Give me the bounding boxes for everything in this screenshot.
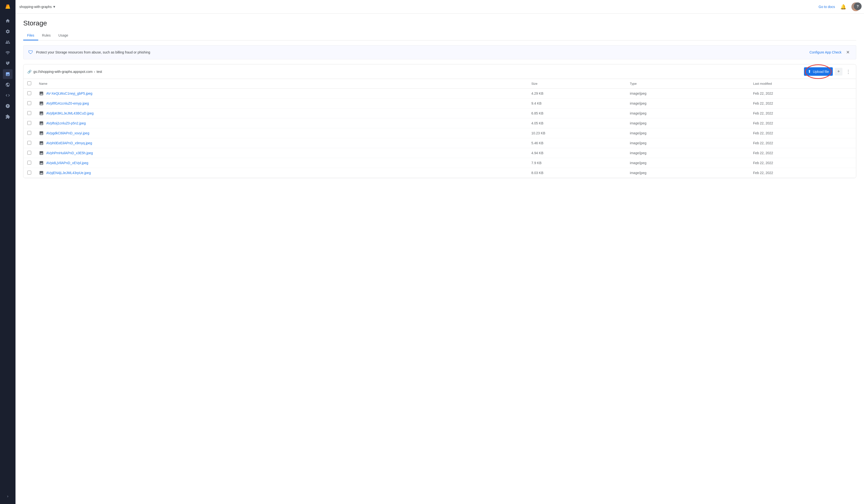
col-header-name: Name <box>35 79 527 88</box>
file-table: Name Size Type Last modified AV-XeQLWuC1… <box>23 79 856 178</box>
image-file-icon <box>39 151 44 155</box>
row-name-cell: AVpfIfGA1cnluZ0-emyp.jpeg <box>35 98 527 108</box>
row-modified-cell: Feb 22, 2022 <box>749 98 856 108</box>
banner-close-icon[interactable]: ✕ <box>844 49 851 56</box>
row-checkbox-4[interactable] <box>27 131 31 135</box>
row-name-cell: AVpftoij1cnluZ0-p5n2.jpeg <box>35 118 527 128</box>
tabs: Files Rules Usage <box>23 31 856 40</box>
row-checkbox-6[interactable] <box>27 151 31 155</box>
project-selector[interactable]: shopping-with-graphs ▾ <box>19 4 55 9</box>
row-size-cell: 7.9 KB <box>527 158 626 168</box>
file-name[interactable]: AVph0EeEilAPnD_x9myq.jpeg <box>46 141 92 145</box>
file-name[interactable]: AVpfpK8KLJeJML43BCuD.jpeg <box>46 111 94 115</box>
image-file-icon <box>39 160 44 165</box>
row-checkbox-1[interactable] <box>27 101 31 105</box>
select-all-checkbox[interactable] <box>27 81 31 85</box>
image-file-icon <box>39 121 44 125</box>
row-type-cell: image/jpeg <box>626 88 749 98</box>
col-header-type: Type <box>626 79 749 88</box>
file-name[interactable]: AVphPmHuilAPnD_x3E5h.jpeg <box>46 151 93 155</box>
row-name-cell: AVphPmHuilAPnD_x3E5h.jpeg <box>35 148 527 158</box>
tab-usage[interactable]: Usage <box>55 31 72 40</box>
row-checkbox-cell <box>23 138 35 148</box>
table-row: AV-XeQLWuC1rwyj_gbP5.jpeg 4.29 KB image/… <box>23 88 856 98</box>
col-header-size: Size <box>527 79 626 88</box>
notifications-bell-icon[interactable]: 🔔 <box>839 2 848 11</box>
row-modified-cell: Feb 22, 2022 <box>749 88 856 98</box>
add-folder-button[interactable]: + <box>835 68 842 75</box>
col-header-check <box>23 79 35 88</box>
tab-files[interactable]: Files <box>23 31 38 40</box>
table-row: AVpgdkC8ilAPnD_xsvyi.jpeg 10.23 KB image… <box>23 128 856 138</box>
row-checkbox-cell <box>23 158 35 168</box>
table-header-row: Name Size Type Last modified <box>23 79 856 88</box>
app-check-banner: 🛡 Protect your Storage resources from ab… <box>23 45 856 59</box>
row-checkbox-0[interactable] <box>27 91 31 95</box>
file-browser: 🔗 gs://shopping-with-graphs.appspot.com … <box>23 64 856 178</box>
row-size-cell: 9.4 KB <box>527 98 626 108</box>
row-modified-cell: Feb 22, 2022 <box>749 158 856 168</box>
row-checkbox-3[interactable] <box>27 121 31 125</box>
firebase-logo[interactable] <box>4 3 12 11</box>
row-checkbox-cell <box>23 108 35 118</box>
sidebar-item-ml[interactable] <box>3 101 13 111</box>
file-name[interactable]: AVpjEN4jLJeJML43rpUe.jpeg <box>46 171 91 175</box>
upload-file-button[interactable]: ⬆ Upload file <box>804 67 833 76</box>
row-modified-cell: Feb 22, 2022 <box>749 138 856 148</box>
row-checkbox-cell <box>23 98 35 108</box>
sidebar-item-storage[interactable] <box>3 69 13 79</box>
row-size-cell: 8.03 KB <box>527 168 626 178</box>
file-name[interactable]: AVpgdkC8ilAPnD_xsvyi.jpeg <box>46 131 89 135</box>
sidebar-item-home[interactable] <box>3 16 13 26</box>
row-checkbox-5[interactable] <box>27 141 31 145</box>
sidebar-item-users[interactable] <box>3 37 13 47</box>
row-checkbox-2[interactable] <box>27 111 31 115</box>
row-type-cell: image/jpeg <box>626 138 749 148</box>
breadcrumb-path: gs://shopping-with-graphs.appspot.com › … <box>33 70 802 74</box>
page-content: Storage Files Rules Usage 🛡 Protect your… <box>15 14 864 504</box>
sidebar-expand-button[interactable]: › <box>3 491 13 501</box>
file-name[interactable]: AV-XeQLWuC1rwyj_gbP5.jpeg <box>46 92 93 95</box>
image-file-icon <box>39 111 44 116</box>
sidebar: › <box>0 0 15 504</box>
row-size-cell: 10.23 KB <box>527 128 626 138</box>
sidebar-item-functions[interactable] <box>3 91 13 100</box>
help-icon[interactable]: ? <box>854 2 862 10</box>
row-size-cell: 5.46 KB <box>527 138 626 148</box>
upload-button-wrapper: ⬆ Upload file <box>804 67 833 76</box>
table-row: AVphPmHuilAPnD_x3E5h.jpeg 4.94 KB image/… <box>23 148 856 158</box>
row-type-cell: image/jpeg <box>626 108 749 118</box>
table-row: AVpfIfGA1cnluZ0-emyp.jpeg 9.4 KB image/j… <box>23 98 856 108</box>
row-checkbox-8[interactable] <box>27 171 31 175</box>
topbar: shopping-with-graphs ▾ Go to docs 🔔 <box>15 0 864 14</box>
row-type-cell: image/jpeg <box>626 98 749 108</box>
shield-icon: 🛡 <box>28 50 33 55</box>
banner-text: Protect your Storage resources from abus… <box>36 50 807 54</box>
row-checkbox-cell <box>23 88 35 98</box>
file-name[interactable]: AVpfIfGA1cnluZ0-emyp.jpeg <box>46 101 89 105</box>
row-size-cell: 4.94 KB <box>527 148 626 158</box>
tab-rules[interactable]: Rules <box>38 31 55 40</box>
row-checkbox-cell <box>23 118 35 128</box>
file-name[interactable]: AVpidLjVilAPnD_xEVpl.jpeg <box>46 161 88 165</box>
sidebar-item-extensions[interactable] <box>3 112 13 121</box>
path-current: test <box>97 70 102 74</box>
col-header-modified: Last modified <box>749 79 856 88</box>
table-row: AVpjEN4jLJeJML43rpUe.jpeg 8.03 KB image/… <box>23 168 856 178</box>
table-row: AVpftoij1cnluZ0-p5n2.jpeg 4.05 KB image/… <box>23 118 856 128</box>
row-size-cell: 4.29 KB <box>527 88 626 98</box>
sidebar-item-realtime[interactable] <box>3 48 13 58</box>
sidebar-item-firestore[interactable] <box>3 59 13 68</box>
more-options-button[interactable]: ⋮ <box>844 68 852 75</box>
row-checkbox-7[interactable] <box>27 161 31 165</box>
image-file-icon <box>39 141 44 145</box>
configure-app-check-link[interactable]: Configure App Check <box>809 50 841 54</box>
row-name-cell: AVph0EeEilAPnD_x9myq.jpeg <box>35 138 527 148</box>
docs-link[interactable]: Go to docs <box>818 5 835 9</box>
row-name-cell: AVpgdkC8ilAPnD_xsvyi.jpeg <box>35 128 527 138</box>
sidebar-item-settings[interactable] <box>3 27 13 36</box>
file-name[interactable]: AVpftoij1cnluZ0-p5n2.jpeg <box>46 121 86 125</box>
sidebar-item-hosting[interactable] <box>3 80 13 89</box>
project-name: shopping-with-graphs <box>19 5 52 9</box>
row-type-cell: image/jpeg <box>626 168 749 178</box>
